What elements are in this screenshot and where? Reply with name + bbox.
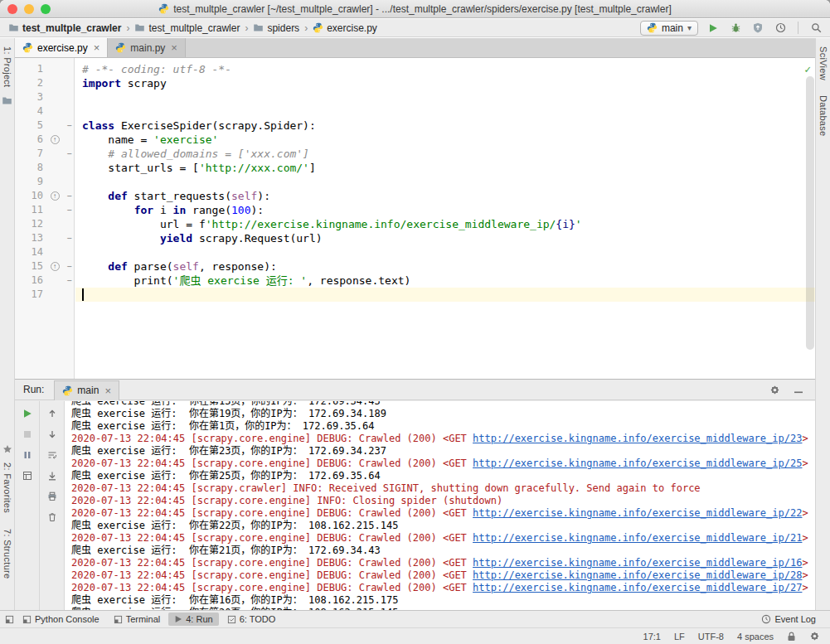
fold-marker[interactable]: − [63, 203, 75, 217]
fold-marker[interactable]: − [63, 274, 75, 288]
code-text[interactable]: url = f'http://exercise.kingname.info/ex… [75, 217, 815, 231]
override-gutter-icon[interactable]: ↑ [51, 191, 60, 201]
editor-tab-exercise.py[interactable]: exercise.py× [15, 38, 108, 57]
line-number[interactable]: 14 [15, 245, 46, 259]
code-text[interactable]: start_urls = ['http://xxx.com/'] [75, 161, 815, 175]
line-number[interactable]: 17 [15, 288, 46, 302]
line-number[interactable]: 13 [15, 231, 46, 245]
settings-gear-icon[interactable] [809, 631, 820, 642]
scroll-end-button-icon[interactable] [47, 471, 57, 481]
breadcrumb-item[interactable]: spiders [251, 22, 301, 34]
editor-line[interactable]: 15↑− def parse(self, response): [15, 259, 815, 274]
scrollbar-thumb[interactable] [806, 76, 814, 350]
fold-marker[interactable]: − [63, 119, 75, 133]
close-tab-icon[interactable]: × [171, 42, 177, 53]
down-stack-button-icon[interactable] [47, 429, 57, 439]
run-tab-main[interactable]: main× [54, 380, 119, 400]
run-button[interactable] [706, 21, 721, 36]
code-text[interactable]: # allowed_domains = ['xxx.com'] [75, 147, 815, 161]
code-text[interactable]: def parse(self, response): [75, 259, 815, 274]
print-button-icon[interactable] [47, 491, 57, 501]
close-tab-icon[interactable]: × [94, 42, 100, 53]
code-text[interactable] [75, 104, 815, 119]
line-number[interactable]: 4 [15, 104, 46, 119]
up-stack-button-icon[interactable] [47, 409, 57, 419]
breadcrumb-item[interactable]: test_multple_crawler [7, 22, 123, 34]
override-gutter-icon[interactable]: ↑ [51, 262, 60, 271]
code-text[interactable]: def start_requests(self): [75, 189, 815, 203]
line-number[interactable]: 3 [15, 90, 46, 104]
console-output[interactable]: 爬虫 exercise 运行: 你在第13页，你的IP为： 172.69.34.… [65, 401, 815, 610]
close-tab-icon[interactable]: × [104, 385, 111, 396]
fold-marker[interactable]: − [63, 189, 75, 203]
editor-scrollbar[interactable] [804, 76, 815, 374]
encoding-widget[interactable]: UTF-8 [698, 632, 724, 642]
editor-line[interactable]: 10↑− def start_requests(self): [15, 189, 815, 203]
editor-line[interactable]: 6↑ name = 'exercise' [15, 133, 815, 147]
debug-button[interactable] [728, 21, 743, 36]
editor-line[interactable]: 12 url = f'http://exercise.kingname.info… [15, 217, 815, 231]
code-text[interactable]: print('爬虫 exercise 运行: ', response.text) [75, 274, 815, 288]
minimize-window-button[interactable] [24, 4, 34, 14]
editor-line[interactable]: 2import scrapy [15, 76, 815, 90]
code-text[interactable]: class ExerciseSpider(scrapy.Spider): [75, 119, 815, 133]
console-link[interactable]: http://exercise.kingname.info/exercise_m… [473, 433, 802, 444]
line-number[interactable]: 16 [15, 274, 46, 288]
hide-panel-icon[interactable] [794, 385, 803, 395]
line-number[interactable]: 1 [15, 62, 46, 76]
toolwindow-button-4-run[interactable]: 4: Run [168, 613, 218, 626]
console-link[interactable]: http://exercise.kingname.info/exercise_m… [473, 532, 802, 544]
clear-button-icon[interactable] [47, 512, 57, 522]
code-text[interactable] [75, 90, 815, 104]
line-number[interactable]: 2 [15, 76, 46, 90]
console-link[interactable]: http://exercise.kingname.info/exercise_m… [473, 569, 802, 581]
fold-marker[interactable]: − [63, 259, 75, 274]
title-bar[interactable]: test_multple_crawler [~/test_multple_cra… [0, 0, 830, 18]
run-config-selector[interactable]: main▾ [640, 21, 698, 36]
project-folder-icon[interactable] [2, 95, 12, 106]
line-number[interactable]: 5 [15, 119, 46, 133]
code-text[interactable] [75, 288, 815, 302]
editor-line[interactable]: 8 start_urls = ['http://xxx.com/'] [15, 161, 815, 175]
event-log-button[interactable]: Event Log [755, 613, 822, 626]
line-number[interactable]: 11 [15, 203, 46, 217]
override-gutter-icon[interactable]: ↑ [51, 135, 60, 144]
line-number[interactable]: 15 [15, 259, 46, 274]
console-link[interactable]: http://exercise.kingname.info/exercise_m… [473, 582, 802, 593]
rerun-button-icon[interactable] [22, 409, 32, 419]
code-text[interactable]: # -*- coding: utf-8 -*- [75, 62, 815, 76]
console-link[interactable]: http://exercise.kingname.info/exercise_m… [473, 507, 802, 519]
line-number[interactable]: 6 [15, 133, 46, 147]
caret-position-widget[interactable]: 17:1 [643, 632, 661, 642]
line-number[interactable]: 12 [15, 217, 46, 231]
code-editor[interactable]: 1# -*- coding: utf-8 -*-2import scrapy34… [15, 58, 815, 379]
toolstrip-button-sciview[interactable]: SciView [818, 46, 828, 80]
editor-line[interactable]: 9 [15, 175, 815, 189]
editor-line[interactable]: 1# -*- coding: utf-8 -*- [15, 62, 815, 76]
settings-icon[interactable] [769, 385, 780, 395]
code-text[interactable] [75, 245, 815, 259]
code-text[interactable]: name = 'exercise' [75, 133, 815, 147]
zoom-window-button[interactable] [41, 4, 51, 14]
lock-icon[interactable] [787, 632, 796, 642]
restore-layout-button-icon[interactable] [22, 471, 32, 481]
editor-line[interactable]: 7− # allowed_domains = ['xxx.com'] [15, 147, 815, 161]
inspections-ok-icon[interactable]: ✓ [804, 63, 811, 75]
breadcrumb-item[interactable]: exercise.py [311, 22, 379, 34]
editor-line[interactable]: 4 [15, 104, 815, 119]
console-link[interactable]: http://exercise.kingname.info/exercise_m… [473, 557, 802, 569]
toolwindow-button-terminal[interactable]: Terminal [108, 613, 167, 626]
toolstrip-button-database[interactable]: Database [818, 95, 828, 137]
breadcrumb-item[interactable]: test_multple_crawler [133, 22, 241, 34]
code-text[interactable]: import scrapy [75, 76, 815, 90]
code-text[interactable]: for i in range(100): [75, 203, 815, 217]
editor-line[interactable]: 17 [15, 288, 815, 302]
editor-line[interactable]: 5−class ExerciseSpider(scrapy.Spider): [15, 119, 815, 133]
fold-marker[interactable]: − [63, 147, 75, 161]
pause-button-icon[interactable] [22, 450, 32, 460]
close-window-button[interactable] [7, 4, 17, 14]
toolstrip-button--favorites[interactable]: 2: Favorites [2, 462, 12, 513]
editor-line[interactable]: 3 [15, 90, 815, 104]
line-number[interactable]: 9 [15, 175, 46, 189]
editor-line[interactable]: 11− for i in range(100): [15, 203, 815, 217]
